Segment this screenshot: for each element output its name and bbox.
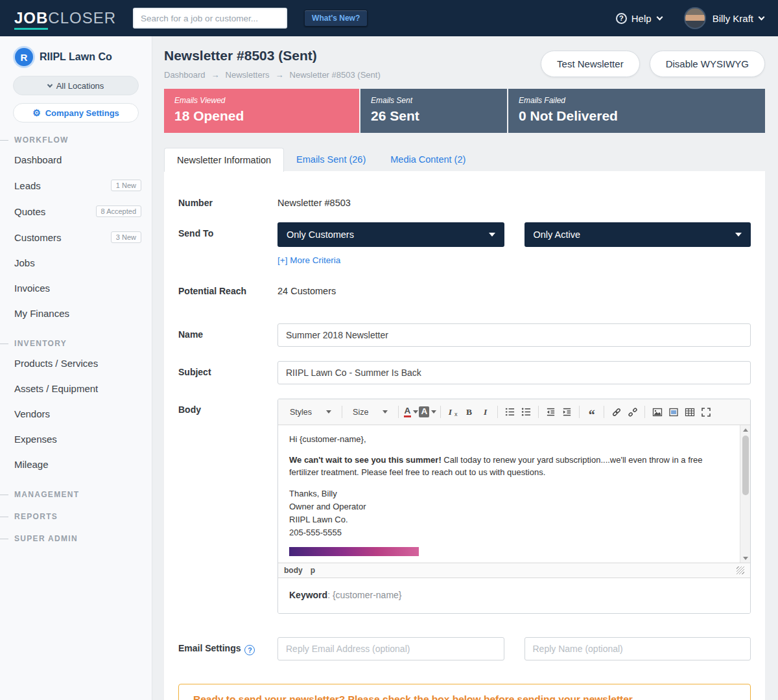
- sidebar-item-jobs[interactable]: Jobs: [0, 250, 152, 275]
- test-newsletter-button[interactable]: Test Newsletter: [541, 51, 640, 77]
- more-criteria-link[interactable]: [+] More Criteria: [277, 255, 340, 265]
- chevron-down-icon: [47, 82, 52, 88]
- dropdown-caret-icon: [431, 410, 436, 414]
- remove-format-button[interactable]: Ix: [445, 404, 461, 420]
- sidebar-item-products-services[interactable]: Products / Services: [0, 351, 152, 376]
- name-label: Name: [178, 323, 277, 347]
- subject-input[interactable]: [277, 361, 751, 384]
- reply-name-input[interactable]: [525, 637, 751, 660]
- path-item-p[interactable]: p: [311, 566, 315, 575]
- disable-wysiwyg-button[interactable]: Disable WYSIWYG: [650, 51, 765, 77]
- potential-reach-label: Potential Reach: [178, 280, 277, 296]
- insert-table-button[interactable]: [681, 404, 698, 420]
- bulleted-list-button[interactable]: [518, 404, 534, 420]
- number-value: Newsletter #8503: [277, 192, 751, 208]
- background-color-icon: A: [419, 406, 429, 417]
- dropdown-caret-icon: [326, 410, 331, 414]
- all-locations-selector[interactable]: All Locations: [13, 76, 139, 95]
- all-locations-label: All Locations: [56, 81, 104, 91]
- company-settings-label: Company Settings: [45, 108, 119, 118]
- increase-indent-button[interactable]: [559, 404, 575, 420]
- text-color-icon: A: [404, 406, 412, 418]
- editor-signature: Thanks, Billy: [289, 487, 729, 500]
- name-input[interactable]: [277, 323, 751, 347]
- dropdown-caret-icon: [735, 233, 742, 237]
- maximize-button[interactable]: [698, 404, 714, 420]
- sidebar-section-reports[interactable]: REPORTS: [0, 512, 152, 521]
- toolbar-separator: [604, 406, 604, 418]
- sidebar-item-customers[interactable]: Customers 3 New: [0, 224, 152, 250]
- unlink-button[interactable]: [624, 404, 641, 420]
- breadcrumb-dashboard[interactable]: Dashboard: [164, 70, 206, 80]
- chevron-down-icon: [759, 14, 765, 20]
- link-icon: [611, 407, 622, 417]
- editor-scrollbar[interactable]: [740, 425, 750, 563]
- breadcrumb-newsletters[interactable]: Newsletters: [226, 70, 270, 80]
- editor-greeting: Hi {customer-name},: [289, 434, 729, 446]
- bold-button[interactable]: B: [461, 404, 477, 420]
- toolbar-separator: [398, 406, 399, 418]
- tab-bar: Newsletter Information Emails Sent (26) …: [164, 147, 765, 171]
- stats-row: Emails Viewed 18 Opened Emails Sent 26 S…: [164, 89, 765, 133]
- background-color-button[interactable]: A: [419, 404, 436, 420]
- send-to-filter-dropdown[interactable]: Only Active: [525, 222, 751, 247]
- sidebar-item-dashboard[interactable]: Dashboard: [0, 147, 152, 172]
- sidebar-item-mileage[interactable]: Mileage: [0, 452, 152, 477]
- styles-dropdown[interactable]: Styles: [283, 405, 338, 419]
- maximize-icon: [701, 407, 711, 417]
- sidebar-item-assets-equipment[interactable]: Assets / Equipment: [0, 376, 152, 401]
- top-navbar: JOBCLOSER What's New? ? Help Billy Kraft: [0, 0, 778, 36]
- blockquote-button[interactable]: “: [584, 404, 600, 420]
- sidebar-item-quotes[interactable]: Quotes 8 Accepted: [0, 198, 152, 224]
- potential-reach-value: 24 Customers: [277, 280, 751, 296]
- keyword-value: {customer-name}: [333, 590, 402, 600]
- text-color-button[interactable]: A: [403, 404, 419, 420]
- whats-new-button[interactable]: What's New?: [304, 10, 368, 27]
- sidebar-section-super-admin[interactable]: SUPER ADMIN: [0, 534, 152, 543]
- email-settings-label: Email Settings?: [178, 637, 277, 660]
- app-logo[interactable]: JOBCLOSER: [14, 9, 116, 27]
- decrease-indent-icon: [546, 407, 556, 417]
- leads-badge: 1 New: [111, 180, 141, 191]
- sidebar-item-expenses[interactable]: Expenses: [0, 426, 152, 452]
- stat-emails-failed: Emails Failed 0 Not Delivered: [508, 89, 765, 133]
- subject-label: Subject: [178, 361, 277, 384]
- scroll-up-icon[interactable]: [740, 425, 750, 434]
- tab-newsletter-information[interactable]: Newsletter Information: [164, 148, 284, 172]
- search-input[interactable]: [133, 8, 287, 29]
- embed-icon: [668, 407, 679, 417]
- send-to-label: Send To: [178, 222, 277, 266]
- tab-media-content[interactable]: Media Content (2): [378, 148, 478, 171]
- wysiwyg-editor: Styles Size A: [277, 399, 751, 614]
- sidebar-item-vendors[interactable]: Vendors: [0, 401, 152, 426]
- page-title: Newsletter #8503 (Sent): [164, 48, 381, 64]
- sidebar-item-invoices[interactable]: Invoices: [0, 275, 152, 301]
- send-to-dropdown[interactable]: Only Customers: [277, 222, 504, 247]
- company-switcher[interactable]: R RIIPL Lawn Co: [0, 48, 152, 76]
- scrollbar-thumb[interactable]: [742, 436, 749, 495]
- user-menu[interactable]: Billy Kraft: [684, 7, 764, 29]
- editor-content[interactable]: Hi {customer-name}, We can't wait to see…: [278, 425, 740, 563]
- info-icon[interactable]: ?: [244, 645, 255, 655]
- editor-toolbar: Styles Size A: [278, 399, 750, 425]
- path-item-body[interactable]: body: [284, 566, 303, 575]
- sidebar-item-leads[interactable]: Leads 1 New: [0, 172, 152, 198]
- number-label: Number: [178, 192, 277, 208]
- size-dropdown[interactable]: Size: [346, 405, 394, 419]
- company-settings-button[interactable]: ⚙ Company Settings: [13, 103, 139, 122]
- scroll-down-icon[interactable]: [740, 554, 750, 563]
- sidebar-item-my-finances[interactable]: My Finances: [0, 301, 152, 326]
- italic-button[interactable]: I: [477, 404, 493, 420]
- sidebar-section-management[interactable]: MANAGEMENT: [0, 490, 152, 499]
- insert-embed-button[interactable]: [665, 404, 681, 420]
- insert-image-button[interactable]: [649, 404, 665, 420]
- help-menu[interactable]: ? Help: [616, 13, 662, 24]
- editor-resize-handle[interactable]: [737, 566, 744, 574]
- blockquote-icon: “: [589, 412, 595, 417]
- tab-emails-sent[interactable]: Emails Sent (26): [284, 148, 378, 171]
- reply-email-input[interactable]: [277, 637, 504, 660]
- gear-icon: ⚙: [32, 108, 41, 117]
- numbered-list-button[interactable]: [502, 404, 518, 420]
- decrease-indent-button[interactable]: [543, 404, 559, 420]
- link-button[interactable]: [608, 404, 624, 420]
